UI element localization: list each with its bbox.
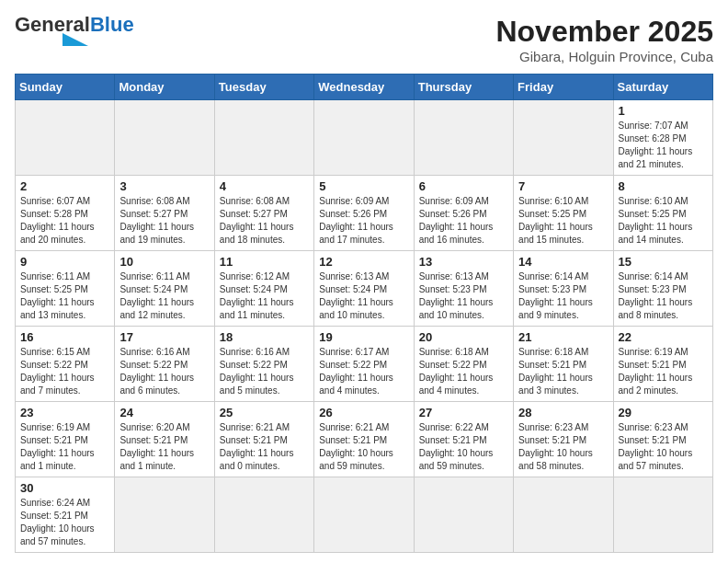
day-info: Sunrise: 6:08 AMSunset: 5:27 PMDaylight:… bbox=[119, 195, 209, 247]
calendar-cell bbox=[314, 100, 414, 176]
day-info: Sunrise: 6:09 AMSunset: 5:26 PMDaylight:… bbox=[419, 195, 508, 247]
calendar-cell: 10Sunrise: 6:11 AMSunset: 5:24 PMDayligh… bbox=[115, 251, 214, 327]
calendar-cell bbox=[214, 477, 313, 553]
calendar-cell: 20Sunrise: 6:18 AMSunset: 5:22 PMDayligh… bbox=[414, 327, 513, 402]
calendar-cell: 6Sunrise: 6:09 AMSunset: 5:26 PMDaylight… bbox=[414, 176, 513, 251]
day-info: Sunrise: 6:17 AMSunset: 5:22 PMDaylight:… bbox=[319, 346, 408, 397]
calendar-cell: 24Sunrise: 6:20 AMSunset: 5:21 PMDayligh… bbox=[115, 402, 214, 477]
calendar-cell: 17Sunrise: 6:16 AMSunset: 5:22 PMDayligh… bbox=[115, 327, 214, 402]
calendar-cell: 14Sunrise: 6:14 AMSunset: 5:23 PMDayligh… bbox=[514, 251, 613, 327]
day-number: 3 bbox=[119, 179, 209, 193]
calendar-header-row: SundayMondayTuesdayWednesdayThursdayFrid… bbox=[16, 75, 713, 100]
day-number: 30 bbox=[20, 481, 109, 495]
calendar-cell: 27Sunrise: 6:22 AMSunset: 5:21 PMDayligh… bbox=[414, 402, 513, 477]
day-info: Sunrise: 7:07 AMSunset: 6:28 PMDaylight:… bbox=[619, 120, 708, 171]
svg-marker-0 bbox=[63, 33, 88, 46]
calendar-cell bbox=[16, 100, 115, 176]
calendar-week-1: 1Sunrise: 7:07 AMSunset: 6:28 PMDaylight… bbox=[16, 100, 713, 176]
calendar-cell: 7Sunrise: 6:10 AMSunset: 5:25 PMDaylight… bbox=[514, 176, 613, 251]
calendar-table: SundayMondayTuesdayWednesdayThursdayFrid… bbox=[15, 74, 713, 553]
calendar-cell: 3Sunrise: 6:08 AMSunset: 5:27 PMDaylight… bbox=[115, 176, 214, 251]
day-info: Sunrise: 6:19 AMSunset: 5:21 PMDaylight:… bbox=[619, 346, 708, 397]
calendar-week-5: 23Sunrise: 6:19 AMSunset: 5:21 PMDayligh… bbox=[16, 402, 713, 477]
calendar-cell: 16Sunrise: 6:15 AMSunset: 5:22 PMDayligh… bbox=[16, 327, 115, 402]
day-number: 21 bbox=[518, 330, 608, 344]
calendar-cell bbox=[514, 477, 613, 553]
day-info: Sunrise: 6:16 AMSunset: 5:22 PMDaylight:… bbox=[220, 346, 309, 397]
day-number: 16 bbox=[20, 330, 109, 344]
location-subtitle: Gibara, Holguin Province, Cuba bbox=[495, 49, 713, 64]
day-info: Sunrise: 6:23 AMSunset: 5:21 PMDaylight:… bbox=[619, 421, 708, 473]
calendar-cell: 19Sunrise: 6:17 AMSunset: 5:22 PMDayligh… bbox=[314, 327, 414, 402]
day-number: 17 bbox=[119, 330, 209, 344]
day-number: 18 bbox=[220, 330, 309, 344]
day-number: 10 bbox=[119, 255, 209, 269]
day-number: 20 bbox=[419, 330, 508, 344]
calendar-cell bbox=[514, 100, 613, 176]
calendar-cell bbox=[214, 100, 313, 176]
day-number: 12 bbox=[319, 255, 408, 269]
calendar-cell: 30Sunrise: 6:24 AMSunset: 5:21 PMDayligh… bbox=[16, 477, 115, 553]
calendar-cell: 29Sunrise: 6:23 AMSunset: 5:21 PMDayligh… bbox=[613, 402, 712, 477]
day-info: Sunrise: 6:19 AMSunset: 5:21 PMDaylight:… bbox=[20, 421, 109, 473]
header-saturday: Saturday bbox=[613, 75, 712, 100]
calendar-cell: 22Sunrise: 6:19 AMSunset: 5:21 PMDayligh… bbox=[613, 327, 712, 402]
day-number: 24 bbox=[119, 406, 209, 419]
day-number: 7 bbox=[518, 179, 608, 193]
calendar-cell: 25Sunrise: 6:21 AMSunset: 5:21 PMDayligh… bbox=[214, 402, 313, 477]
calendar-week-6: 30Sunrise: 6:24 AMSunset: 5:21 PMDayligh… bbox=[16, 477, 713, 553]
day-info: Sunrise: 6:08 AMSunset: 5:27 PMDaylight:… bbox=[220, 195, 309, 247]
calendar-cell: 4Sunrise: 6:08 AMSunset: 5:27 PMDaylight… bbox=[214, 176, 313, 251]
calendar-cell: 8Sunrise: 6:10 AMSunset: 5:25 PMDaylight… bbox=[613, 176, 712, 251]
calendar-cell bbox=[115, 477, 214, 553]
day-number: 1 bbox=[619, 104, 708, 118]
page-header: General Blue November 2025 Gibara, Holgu… bbox=[15, 15, 713, 64]
day-info: Sunrise: 6:14 AMSunset: 5:23 PMDaylight:… bbox=[619, 270, 708, 322]
day-info: Sunrise: 6:07 AMSunset: 5:28 PMDaylight:… bbox=[20, 195, 109, 247]
day-number: 15 bbox=[619, 255, 708, 269]
day-number: 14 bbox=[518, 255, 608, 269]
calendar-cell bbox=[414, 477, 513, 553]
logo-blue-text: Blue bbox=[90, 15, 134, 35]
day-info: Sunrise: 6:09 AMSunset: 5:26 PMDaylight:… bbox=[319, 195, 408, 247]
day-info: Sunrise: 6:12 AMSunset: 5:24 PMDaylight:… bbox=[220, 270, 309, 322]
day-number: 23 bbox=[20, 406, 109, 419]
calendar-cell: 15Sunrise: 6:14 AMSunset: 5:23 PMDayligh… bbox=[613, 251, 712, 327]
calendar-week-3: 9Sunrise: 6:11 AMSunset: 5:25 PMDaylight… bbox=[16, 251, 713, 327]
month-title: November 2025 bbox=[495, 15, 713, 49]
day-info: Sunrise: 6:23 AMSunset: 5:21 PMDaylight:… bbox=[518, 421, 608, 473]
day-number: 9 bbox=[20, 255, 109, 269]
day-info: Sunrise: 6:24 AMSunset: 5:21 PMDaylight:… bbox=[20, 497, 109, 548]
day-info: Sunrise: 6:21 AMSunset: 5:21 PMDaylight:… bbox=[319, 421, 408, 473]
day-info: Sunrise: 6:11 AMSunset: 5:24 PMDaylight:… bbox=[119, 270, 209, 322]
day-info: Sunrise: 6:14 AMSunset: 5:23 PMDaylight:… bbox=[518, 270, 608, 322]
day-number: 4 bbox=[220, 179, 309, 193]
day-info: Sunrise: 6:21 AMSunset: 5:21 PMDaylight:… bbox=[220, 421, 309, 473]
day-info: Sunrise: 6:15 AMSunset: 5:22 PMDaylight:… bbox=[20, 346, 109, 397]
day-info: Sunrise: 6:18 AMSunset: 5:22 PMDaylight:… bbox=[419, 346, 508, 397]
day-info: Sunrise: 6:13 AMSunset: 5:24 PMDaylight:… bbox=[319, 270, 408, 322]
calendar-cell: 1Sunrise: 7:07 AMSunset: 6:28 PMDaylight… bbox=[613, 100, 712, 176]
logo-general: General bbox=[15, 15, 90, 35]
day-number: 25 bbox=[220, 406, 309, 419]
calendar-week-4: 16Sunrise: 6:15 AMSunset: 5:22 PMDayligh… bbox=[16, 327, 713, 402]
day-number: 5 bbox=[319, 179, 408, 193]
header-thursday: Thursday bbox=[414, 75, 513, 100]
logo-graphic bbox=[15, 33, 88, 46]
calendar-cell: 2Sunrise: 6:07 AMSunset: 5:28 PMDaylight… bbox=[16, 176, 115, 251]
calendar-cell: 18Sunrise: 6:16 AMSunset: 5:22 PMDayligh… bbox=[214, 327, 313, 402]
day-info: Sunrise: 6:10 AMSunset: 5:25 PMDaylight:… bbox=[518, 195, 608, 247]
day-info: Sunrise: 6:18 AMSunset: 5:21 PMDaylight:… bbox=[518, 346, 608, 397]
header-tuesday: Tuesday bbox=[214, 75, 313, 100]
day-info: Sunrise: 6:20 AMSunset: 5:21 PMDaylight:… bbox=[119, 421, 209, 473]
header-sunday: Sunday bbox=[16, 75, 115, 100]
day-number: 22 bbox=[619, 330, 708, 344]
logo: General Blue bbox=[15, 15, 134, 46]
calendar-cell bbox=[314, 477, 414, 553]
calendar-cell: 11Sunrise: 6:12 AMSunset: 5:24 PMDayligh… bbox=[214, 251, 313, 327]
day-number: 2 bbox=[20, 179, 109, 193]
day-number: 19 bbox=[319, 330, 408, 344]
day-info: Sunrise: 6:11 AMSunset: 5:25 PMDaylight:… bbox=[20, 270, 109, 322]
header-monday: Monday bbox=[115, 75, 214, 100]
calendar-cell bbox=[414, 100, 513, 176]
